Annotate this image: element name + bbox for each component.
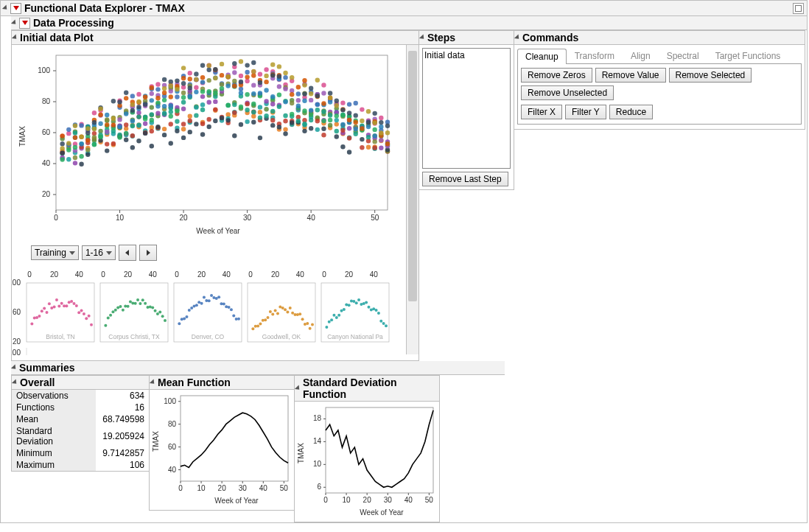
svg-point-761 [259, 323, 262, 326]
svg-point-710 [119, 305, 122, 308]
disclosure-icon[interactable] [419, 34, 426, 41]
svg-point-602 [213, 67, 217, 71]
svg-text:18: 18 [313, 414, 322, 422]
svg-text:0: 0 [101, 270, 105, 279]
popout-icon[interactable] [793, 3, 804, 14]
disclosure-icon[interactable] [11, 364, 18, 371]
svg-text:20: 20 [124, 270, 133, 279]
tab-target-functions[interactable]: Target Functions [707, 48, 789, 63]
prev-button[interactable] [119, 245, 136, 261]
svg-point-721 [146, 306, 149, 309]
disclosure-icon[interactable] [514, 34, 521, 41]
svg-text:40: 40 [42, 159, 51, 167]
tab-transform[interactable]: Transform [567, 48, 623, 63]
disclosure-icon[interactable] [12, 34, 18, 41]
svg-point-76 [181, 127, 186, 131]
svg-point-696 [77, 311, 80, 314]
svg-text:40: 40 [75, 270, 84, 279]
disclosure-icon[interactable] [12, 379, 18, 385]
svg-point-719 [141, 298, 144, 301]
svg-point-555 [169, 94, 173, 99]
section-initial-plot[interactable]: Initial data Plot [12, 31, 418, 45]
svg-point-370 [360, 137, 364, 141]
tab-spectral[interactable]: Spectral [659, 48, 707, 63]
svg-point-388 [200, 108, 205, 112]
svg-text:0: 0 [323, 496, 328, 504]
svg-point-654 [366, 109, 371, 113]
disclosure-icon[interactable] [295, 385, 301, 391]
svg-text:40: 40 [307, 214, 316, 222]
disclosure-icon[interactable] [2, 4, 9, 11]
svg-point-382 [150, 112, 154, 116]
svg-point-170 [354, 101, 358, 105]
svg-point-526 [296, 104, 301, 108]
reduce-button[interactable]: Reduce [609, 105, 653, 119]
svg-point-112 [150, 105, 154, 110]
vertical-scrollbar[interactable] [406, 45, 418, 354]
section-title: Summaries [19, 362, 74, 374]
svg-point-539 [60, 133, 64, 138]
filter-x-button[interactable]: Filter X [521, 105, 562, 119]
section-data-processing[interactable]: Data Processing [11, 16, 807, 30]
svg-point-637 [206, 63, 211, 68]
remove-unselected-button[interactable]: Remove Unselected [521, 85, 614, 100]
small-multiples-grid[interactable]: 02040020400204002040020402060100Bristol,… [12, 267, 406, 357]
remove-selected-button[interactable]: Remove Selected [669, 68, 752, 83]
next-button[interactable] [139, 245, 157, 261]
main-scatter-plot[interactable]: 0102030405020406080100Week of YearTMAX [12, 48, 406, 242]
svg-point-503 [117, 125, 122, 129]
svg-point-315 [232, 79, 237, 83]
svg-text:10: 10 [343, 496, 351, 504]
svg-point-58 [340, 100, 345, 105]
svg-point-464 [150, 118, 154, 122]
svg-point-34 [136, 92, 141, 97]
filter-y-button[interactable]: Filter Y [565, 105, 606, 119]
disclosure-icon[interactable] [150, 379, 156, 385]
svg-point-270 [213, 107, 217, 111]
red-triangle-icon[interactable] [19, 18, 30, 29]
svg-point-788 [332, 314, 335, 317]
remove-last-step-button[interactable]: Remove Last Step [422, 172, 508, 186]
svg-point-449 [379, 138, 383, 142]
svg-point-288 [360, 145, 364, 150]
tab-align[interactable]: Align [623, 48, 659, 63]
sd-function-plot[interactable]: 010203040506101418Week of YearTMAX [295, 402, 439, 522]
section-overall[interactable]: Overall [12, 376, 149, 390]
disclosure-icon[interactable] [11, 19, 18, 26]
svg-point-231 [213, 99, 217, 104]
svg-point-366 [321, 127, 326, 131]
svg-point-523 [270, 94, 275, 99]
svg-text:0: 0 [178, 484, 183, 492]
svg-text:40: 40 [296, 270, 305, 279]
svg-point-656 [379, 130, 383, 135]
svg-point-436 [277, 84, 281, 88]
svg-text:40: 40 [223, 270, 231, 279]
range-dropdown[interactable]: 1-16 [82, 245, 116, 260]
section-commands[interactable]: Commands [514, 31, 805, 45]
svg-point-599 [194, 71, 198, 76]
remove-zeros-button[interactable]: Remove Zeros [521, 68, 592, 83]
svg-point-620 [379, 120, 383, 125]
svg-text:80: 80 [42, 97, 51, 105]
mean-function-plot[interactable]: 01020304050406080100Week of YearTMAX [150, 390, 294, 510]
svg-point-773 [289, 307, 292, 309]
section-mean-fn[interactable]: Mean Function [150, 376, 294, 390]
remove-value-button[interactable]: Remove Value [595, 68, 666, 83]
red-triangle-icon[interactable] [10, 3, 21, 14]
steps-list[interactable]: Initial data [422, 48, 511, 169]
svg-point-688 [57, 304, 60, 307]
svg-point-764 [267, 316, 270, 319]
section-summaries[interactable]: Summaries [11, 361, 505, 375]
section-steps[interactable]: Steps [419, 31, 514, 45]
list-item[interactable]: Initial data [424, 50, 508, 60]
svg-point-528 [309, 108, 313, 113]
training-dropdown[interactable]: Training [31, 245, 79, 260]
svg-point-488 [321, 119, 326, 123]
tab-cleanup[interactable]: Cleanup [517, 49, 567, 64]
section-sd-fn[interactable]: Standard Deviation Function [295, 376, 439, 402]
svg-point-515 [200, 80, 205, 84]
svg-point-566 [251, 73, 256, 77]
svg-point-124 [264, 107, 268, 111]
svg-point-474 [220, 86, 224, 91]
svg-point-591 [130, 108, 135, 113]
